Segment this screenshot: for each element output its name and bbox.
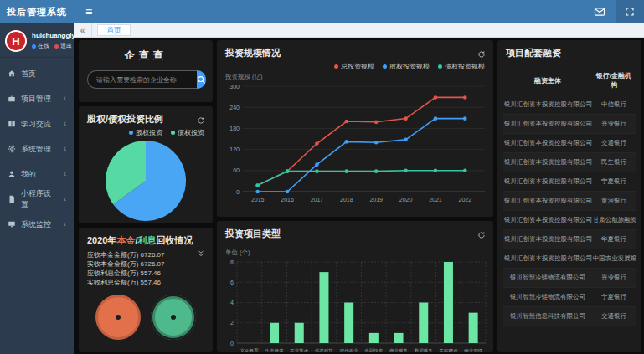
table-cell: 兴业银行 <box>592 115 636 134</box>
username: huichuanggly <box>32 32 75 39</box>
data-point <box>286 169 290 173</box>
chevron-left-icon: ‹ <box>64 120 66 128</box>
table-cell: 兴业银行 <box>592 269 636 288</box>
line-series <box>258 171 466 186</box>
bar <box>444 262 453 343</box>
sidebar-item-label: 系统管理 <box>21 144 51 155</box>
sidebar-item-6[interactable]: 系统监控‹ <box>0 212 74 237</box>
sidebar-item-label: 小程序设置 <box>21 188 59 210</box>
sidebar-item-4[interactable]: 我的‹ <box>0 162 74 187</box>
pie-chart <box>79 138 213 223</box>
svg-text:商业服务: 商业服务 <box>389 348 409 352</box>
refresh-icon[interactable] <box>197 113 205 128</box>
top-bar: 投后管理系统 ≡ <box>0 0 644 23</box>
data-point <box>255 183 260 187</box>
mail-icon[interactable] <box>584 0 616 23</box>
table-cell: 甘肃公航旅融资租赁有限公司 <box>592 211 636 230</box>
chevron-left-icon: ‹ <box>64 220 66 228</box>
table-cell: 银川汇创资本投资控股有限公司 <box>503 211 592 230</box>
table-cell: 银川汇创资本投资控股有限公司 <box>503 249 592 269</box>
data-point <box>315 162 319 167</box>
tabs-collapse-icon[interactable]: « <box>74 23 92 37</box>
legend-item[interactable]: 债权投资规模 <box>438 62 485 71</box>
legend-item[interactable]: 总投资规模 <box>334 62 374 71</box>
sidebar-item-label: 项目管理 <box>21 94 51 105</box>
svg-text:2021: 2021 <box>429 197 442 203</box>
bar <box>394 333 404 343</box>
sidebar-item-5[interactable]: 小程序设置‹ <box>0 187 74 212</box>
line-panel-title: 投资规模情况 <box>217 40 493 61</box>
logout-link[interactable]: 退出 <box>54 42 72 50</box>
table-row: 银川汇创资本投资控股有限公司甘肃公航旅融资租赁有限公司 <box>503 211 636 230</box>
interest-gauge <box>151 295 196 340</box>
refresh-icon[interactable] <box>477 228 486 243</box>
recovery-line: 应收本金金额(万) 6726.07 <box>87 250 204 259</box>
chevron-left-icon: ‹ <box>64 170 66 178</box>
tab-bar: « 首页 <box>74 23 644 38</box>
data-point <box>463 95 467 100</box>
bar <box>344 303 353 344</box>
table-cell: 黄河银行 <box>592 192 636 211</box>
legend-item[interactable]: 股权投资 <box>129 128 162 137</box>
sidebar-item-2[interactable]: 学习交流‹ <box>0 111 74 136</box>
svg-text:120: 120 <box>229 146 240 152</box>
miniapp-icon <box>8 195 16 203</box>
table-row: 银川智慧信息科技有限公司交通银行 <box>503 307 636 326</box>
table-cell: 银川汇创资本投资控股有限公司 <box>503 230 592 249</box>
user-panel: H huichuanggly 在线 退出 <box>0 23 74 58</box>
sidebar-item-label: 系统监控 <box>21 219 51 230</box>
sidebar-item-3[interactable]: 系统管理‹ <box>0 136 74 162</box>
data-point <box>374 121 379 125</box>
line-legend: 总投资规模股权投资规模债权投资规模 <box>217 61 493 71</box>
chevron-double-down-icon[interactable] <box>197 246 205 261</box>
pie-panel: 股权/债权投资比例 股权投资债权投资 <box>79 106 213 223</box>
legend-item[interactable]: 股权投资规模 <box>383 62 430 71</box>
sidebar-item-0[interactable]: 首页 <box>0 61 74 86</box>
table-cell: 华夏银行 <box>592 230 636 249</box>
sidebar-item-label: 学习交流 <box>21 119 51 130</box>
legend-dot-icon <box>171 131 175 135</box>
svg-text:文化教育: 文化教育 <box>240 348 260 352</box>
legend-dot-icon <box>334 64 338 69</box>
fullscreen-icon[interactable] <box>616 0 644 23</box>
user-icon <box>8 170 16 178</box>
search-button[interactable] <box>197 70 206 89</box>
sidebar-toggle-icon[interactable]: ≡ <box>85 6 92 18</box>
recovery-line: 应收利息金额(万) 557.46 <box>87 269 204 278</box>
table-row: 银川汇创资本投资控股有限公司中信银行 <box>503 95 636 115</box>
search-input[interactable] <box>87 70 197 89</box>
svg-text:工程建设: 工程建设 <box>439 348 458 352</box>
svg-text:金融投资: 金融投资 <box>364 348 384 352</box>
monitor-icon <box>8 220 16 228</box>
pie-legend: 股权投资债权投资 <box>79 127 213 137</box>
recovery-line: 实收本金金额(万) 6726.07 <box>87 259 204 269</box>
data-point <box>434 95 438 100</box>
table-cell: 交通银行 <box>592 307 636 326</box>
table-cell: 银川智慧冷链物流有限公司 <box>503 269 592 288</box>
table-cell: 银川汇创资本投资控股有限公司 <box>503 172 592 192</box>
online-dot-icon <box>32 44 36 49</box>
bar-chart: 02468文化教育生态健康工业技术信息科技现代农业金融投资商业服务数据服务工程建… <box>217 257 493 352</box>
table-row: 银川智慧冷链物流有限公司兴业银行 <box>503 269 636 288</box>
refresh-icon[interactable] <box>477 47 486 62</box>
data-point <box>374 141 379 145</box>
column-header: 融资主体 <box>503 66 592 95</box>
column-header: 银行/金融机构 <box>592 66 636 95</box>
svg-text:6: 6 <box>230 280 234 285</box>
line-chart-panel: 投资规模情况 总投资规模股权投资规模债权投资规模 投资规模 (亿) 060120… <box>217 40 493 217</box>
sidebar-item-1[interactable]: 项目管理‹ <box>0 86 74 111</box>
chevron-left-icon: ‹ <box>64 95 66 103</box>
data-point <box>404 169 408 173</box>
table-row: 银川汇创资本投资控股有限公司民生银行 <box>503 153 636 172</box>
svg-text:2018: 2018 <box>340 197 353 203</box>
bar-panel-title: 投资项目类型 <box>217 221 493 242</box>
bar <box>270 323 279 343</box>
status-online: 在线 <box>32 42 49 50</box>
table-row: 银川汇创资本投资控股有限公司交通银行 <box>503 134 636 153</box>
tab-home[interactable]: 首页 <box>97 24 131 36</box>
data-point <box>374 169 379 173</box>
data-point <box>315 169 319 173</box>
enterprise-search-panel: 企查查 <box>79 40 213 102</box>
table-row: 银川汇创资本投资控股有限公司兴业银行 <box>503 115 636 134</box>
legend-item[interactable]: 债权投资 <box>171 128 204 137</box>
